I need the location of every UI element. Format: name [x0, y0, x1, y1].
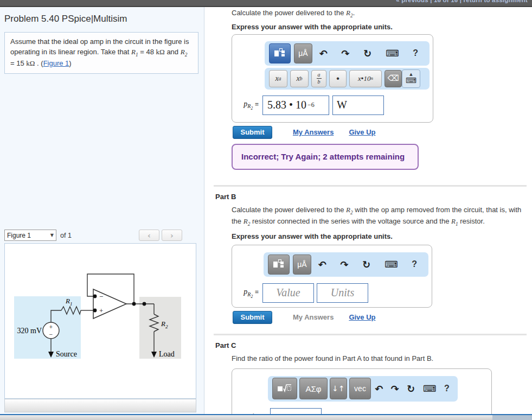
part-b-give-up-link[interactable]: Give Up [349, 313, 375, 321]
figure-prev-button[interactable]: ‹ [139, 230, 159, 241]
dropdown-caret-icon: ▼ [50, 233, 54, 238]
templates-button[interactable] [269, 43, 291, 63]
section-divider [214, 334, 527, 335]
fraction-key[interactable]: ab [311, 70, 326, 87]
problem-description-box: Assume that the ideal op amp in the circ… [4, 32, 198, 74]
keyboard-icon[interactable]: ⌨ [384, 259, 398, 270]
keyboard-icon: ⌨ [406, 77, 416, 84]
assignment-nav-links[interactable]: « previous | 16 of 16 | return to assign… [396, 0, 528, 3]
part-c-toolbar: ΑΣφ ↓↑ vec ↶ ↷ ↻ ⌨ ? [268, 376, 458, 402]
part-a-express-instruction: Express your answer with the appropriate… [232, 23, 532, 31]
help-icon[interactable]: ? [444, 384, 450, 393]
part-a-my-answers-link[interactable]: My Answers [293, 128, 334, 136]
help-icon[interactable]: ? [413, 48, 418, 58]
opamp-circuit-figure: − + R1 + − 320 mV Source R2 [5, 244, 196, 398]
part-b-question: Calculate the power delivered to the R2 … [232, 205, 531, 228]
load-region [139, 297, 181, 359]
source-label: Source [56, 350, 77, 358]
redo-icon[interactable]: ↷ [391, 383, 399, 394]
redo-icon[interactable]: ↷ [342, 48, 350, 59]
part-a-value-input[interactable]: 5.83 • 10−6 [262, 96, 329, 115]
superscript-key[interactable]: xa [269, 70, 287, 87]
times-ten-exponent-key[interactable]: x•10n [349, 70, 382, 87]
part-a-question: Calculate the power delivered to the R2. [232, 9, 532, 18]
part-b-units-input[interactable]: Units [317, 283, 368, 303]
part-b-value-input[interactable]: Value [262, 283, 314, 303]
units-button[interactable]: μÅ [293, 254, 311, 275]
templates-icon [273, 259, 285, 269]
sqrt-template-icon [277, 383, 292, 394]
part-c-question: Find the ratio of the power found in Par… [232, 354, 531, 364]
part-b-submit-button[interactable]: Submit [233, 311, 272, 324]
top-navigation-bar: « previous | 16 of 16 | return to assign… [0, 0, 532, 7]
vector-button[interactable]: vec [349, 378, 371, 399]
figure-1-link[interactable]: Figure 1 [43, 59, 69, 67]
part-b-heading: Part B [215, 193, 532, 201]
undo-icon[interactable]: ↶ [318, 259, 326, 270]
figure-select-dropdown[interactable]: Figure 1 ▼ [4, 230, 56, 241]
figure-panel-footer [4, 399, 196, 412]
arrows-button[interactable]: ↓↑ [330, 378, 347, 399]
figure-count-label: of 1 [60, 232, 72, 239]
part-a-give-up-link[interactable]: Give Up [349, 128, 375, 136]
figure-next-button[interactable]: › [162, 230, 182, 241]
help-icon[interactable]: ? [412, 259, 417, 269]
reset-icon[interactable]: ↻ [362, 259, 370, 270]
part-a-toolbar: μÅ ↶ ↷ ↻ ⌨ ? [265, 41, 430, 66]
keyboard-icon[interactable]: ⌨ [386, 48, 399, 59]
opamp-minus-label: − [99, 292, 103, 301]
problem-title: Problem 5.40 PSpice|Multisim [4, 14, 200, 24]
part-a-exponent-keys: xa xb ab • x•10n ⌫ ▲ ⌨ [265, 68, 430, 90]
part-a-submit-row: Submit My Answers Give Up [233, 126, 532, 139]
problem-info-panel: Problem 5.40 PSpice|Multisim Assume that… [0, 7, 204, 414]
opamp-plus-label: + [99, 307, 103, 315]
r2-variable: R [181, 48, 185, 56]
undo-icon[interactable]: ↶ [319, 48, 328, 59]
keyboard-popup-button[interactable]: ▲ ⌨ [402, 69, 420, 88]
part-a-answer-label: pR2 = [235, 99, 262, 111]
answer-panel: Calculate the power delivered to the R2.… [204, 7, 532, 414]
part-b-toolbar: μÅ ↶ ↷ ↻ ⌨ ? [264, 252, 428, 277]
part-c-answer-input[interactable] [270, 408, 322, 414]
voltage-value-label: 320 mV [17, 327, 42, 335]
svg-text:+: + [49, 323, 53, 331]
bottom-scrollbar-segment[interactable] [492, 415, 532, 420]
part-b-my-answers-label[interactable]: My Answers [293, 313, 334, 321]
chevron-left-icon: ‹ [148, 232, 151, 239]
part-b-answer-label: pR2 = [235, 287, 262, 299]
units-button[interactable]: μÅ [294, 43, 312, 63]
part-b-submit-row: Submit My Answers Give Up [233, 311, 532, 324]
multiply-dot-key[interactable]: • [329, 70, 347, 87]
templates-sqrt-button[interactable] [272, 378, 297, 399]
templates-button[interactable] [268, 254, 290, 275]
load-label: Load [159, 350, 175, 358]
svg-text:−: − [49, 330, 53, 338]
part-a-submit-button[interactable]: Submit [233, 126, 272, 139]
opamp-triangle [93, 289, 126, 319]
subscript-key[interactable]: xb [290, 70, 309, 87]
backspace-key[interactable]: ⌫ [384, 70, 402, 87]
part-b-express-instruction: Express your answer with the appropriate… [232, 232, 532, 240]
redo-icon[interactable]: ↷ [341, 259, 349, 270]
part-a-units-input[interactable]: W [332, 96, 384, 115]
section-divider [214, 185, 527, 187]
keyboard-icon[interactable]: ⌨ [423, 383, 437, 394]
part-c-answer-box: ΑΣφ ↓↑ vec ↶ ↷ ↻ ⌨ ? pA/pB = [232, 368, 492, 414]
part-c-heading: Part C [215, 341, 532, 349]
figure-viewer: − + R1 + − 320 mV Source R2 [4, 243, 196, 399]
figure-toolbar: Figure 1 ▼ of 1 ‹ › [4, 229, 196, 241]
undo-icon[interactable]: ↶ [375, 383, 383, 394]
part-a-feedback-message: Incorrect; Try Again; 2 attempts remaini… [232, 144, 419, 170]
part-b-answer-box: μÅ ↶ ↷ ↻ ⌨ ? pR2 = Value Units [232, 245, 432, 308]
r1-variable: R [131, 48, 136, 56]
reset-icon[interactable]: ↻ [407, 383, 415, 394]
templates-icon [274, 48, 286, 58]
reset-icon[interactable]: ↻ [363, 48, 371, 59]
greek-letters-button[interactable]: ΑΣφ [299, 378, 328, 399]
part-a-answer-box: μÅ ↶ ↷ ↻ ⌨ ? xa xb ab • x•10n ⌫ ▲ ⌨ [232, 34, 433, 123]
bottom-scrollbar[interactable] [0, 414, 532, 420]
chevron-right-icon: › [170, 232, 174, 239]
